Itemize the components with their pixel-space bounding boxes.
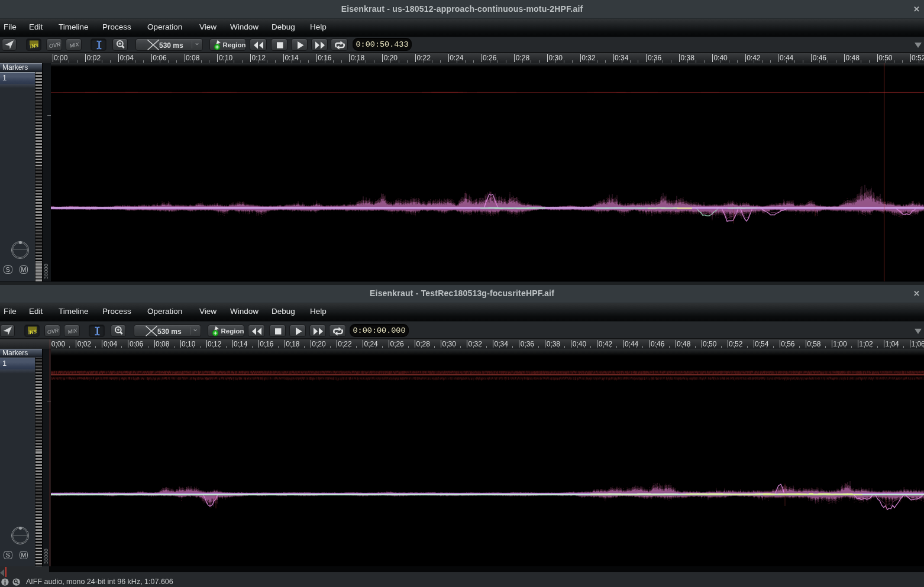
svg-text:INS: INS: [28, 329, 37, 336]
svg-text:INS: INS: [30, 43, 39, 50]
svg-text:OVR: OVR: [47, 327, 59, 335]
svg-text:MIX: MIX: [67, 327, 78, 335]
svg-text:OVR: OVR: [49, 41, 61, 49]
svg-text:MIX: MIX: [69, 41, 80, 49]
